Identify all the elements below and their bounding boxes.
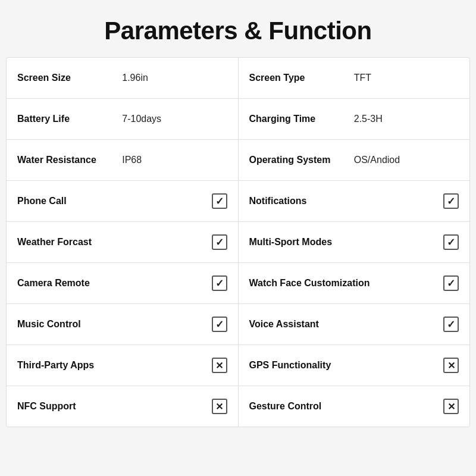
table-row: Water ResistanceIP68Operating SystemOS/A… (7, 140, 469, 181)
left-value-2: IP68 (122, 155, 227, 165)
right-label-1: Charging Time (249, 113, 354, 126)
left-check-4 (212, 234, 227, 250)
right-check-3 (443, 193, 459, 209)
left-label-5: Camera Remote (17, 278, 212, 289)
right-label-4: Multi-Sport Modes (249, 236, 444, 249)
left-check-7 (212, 358, 227, 373)
right-label-8: Gesture Control (249, 400, 444, 413)
left-label-7: Third-Party Apps (17, 360, 212, 371)
left-check-6 (212, 317, 227, 332)
right-check-6 (443, 317, 459, 332)
table-row: Camera RemoteWatch Face Customization (7, 263, 469, 304)
right-label-3: Notifications (249, 195, 444, 208)
right-value-0: TFT (354, 73, 459, 83)
right-value-1: 2.5-3H (354, 114, 459, 124)
left-check-8 (212, 399, 227, 414)
left-value-0: 1.96in (122, 73, 227, 83)
right-label-2: Operating System (249, 154, 354, 167)
table-row: Screen Size1.96inScreen TypeTFT (7, 58, 469, 99)
left-value-1: 7-10days (122, 114, 227, 124)
table-row: Weather ForcastMulti-Sport Modes (7, 222, 469, 263)
right-check-4 (443, 234, 459, 250)
left-label-0: Screen Size (17, 73, 122, 83)
table-row: Phone CallNotifications (7, 181, 469, 222)
left-check-5 (212, 275, 227, 291)
right-label-6: Voice Assistant (249, 318, 444, 331)
right-label-5: Watch Face Customization (249, 277, 444, 290)
left-label-6: Music Control (17, 319, 212, 330)
left-check-3 (212, 193, 227, 209)
page-title: Parameters & Function (92, 0, 383, 57)
table-row: Third-Party AppsGPS Functionality (7, 345, 469, 386)
right-check-8 (443, 399, 459, 414)
table-row: Music ControlVoice Assistant (7, 304, 469, 345)
right-label-0: Screen Type (249, 72, 354, 84)
left-label-2: Water Resistance (17, 155, 122, 165)
right-label-7: GPS Functionality (249, 359, 444, 372)
table-row: NFC SupportGesture Control (7, 386, 469, 427)
left-label-3: Phone Call (17, 196, 212, 206)
left-label-1: Battery Life (17, 114, 122, 124)
left-label-4: Weather Forcast (17, 237, 212, 248)
right-check-5 (443, 275, 459, 291)
parameters-table: Screen Size1.96inScreen TypeTFTBattery L… (6, 57, 470, 427)
table-row: Battery Life7-10daysCharging Time2.5-3H (7, 99, 469, 140)
left-label-8: NFC Support (17, 401, 212, 412)
right-check-7 (443, 358, 459, 373)
right-value-2: OS/Andiod (354, 155, 459, 165)
